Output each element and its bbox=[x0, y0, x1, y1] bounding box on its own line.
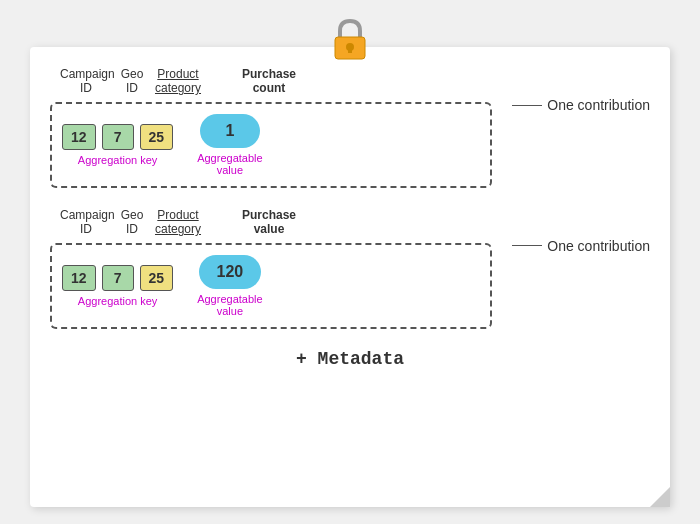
agg-value-label-2: Aggregatablevalue bbox=[197, 293, 262, 317]
column-headers-1: CampaignID GeoID Productcategory Purchas… bbox=[50, 67, 492, 96]
metadata-text: + Metadata bbox=[296, 349, 404, 369]
geo-id-header-2: GeoID bbox=[112, 208, 152, 237]
geo-id-field-2: 7 bbox=[102, 265, 134, 291]
connector-1: One contribution bbox=[512, 97, 650, 113]
dashed-box-2: 12 7 25 Aggregation key 120 Aggregatable… bbox=[50, 243, 492, 329]
purchase-count-header-1: Purchasecount bbox=[234, 67, 304, 96]
key-box-1: 12 7 25 Aggregation key bbox=[62, 124, 173, 166]
geo-id-field-1: 7 bbox=[102, 124, 134, 150]
product-category-header-1: Productcategory bbox=[152, 67, 204, 96]
geo-id-header-1: GeoID bbox=[112, 67, 152, 96]
product-category-header-2: Productcategory bbox=[152, 208, 204, 237]
contribution-label-1: One contribution bbox=[547, 97, 650, 113]
agg-value-label-1: Aggregatablevalue bbox=[197, 152, 262, 176]
contribution-section-1: CampaignID GeoID Productcategory Purchas… bbox=[50, 67, 650, 188]
agg-key-label-2: Aggregation key bbox=[78, 295, 158, 307]
agg-key-label-1: Aggregation key bbox=[78, 154, 158, 166]
box-area-2: CampaignID GeoID Productcategory Purchas… bbox=[50, 208, 492, 329]
main-diagram: CampaignID GeoID Productcategory Purchas… bbox=[30, 17, 670, 507]
campaign-id-field-2: 12 bbox=[62, 265, 96, 291]
key-fields-1: 12 7 25 bbox=[62, 124, 173, 150]
campaign-id-field-1: 12 bbox=[62, 124, 96, 150]
column-headers-2: CampaignID GeoID Productcategory Purchas… bbox=[50, 208, 492, 237]
lock-icon bbox=[330, 17, 370, 72]
metadata-section: + Metadata bbox=[50, 349, 650, 369]
product-field-1: 25 bbox=[140, 124, 174, 150]
campaign-id-header-2: CampaignID bbox=[60, 208, 112, 237]
value-box-2: 120 Aggregatablevalue bbox=[197, 255, 262, 317]
svg-rect-2 bbox=[348, 47, 352, 53]
product-field-2: 25 bbox=[140, 265, 174, 291]
connector-line-1 bbox=[512, 105, 542, 106]
dashed-box-1: 12 7 25 Aggregation key 1 Aggregatableva… bbox=[50, 102, 492, 188]
campaign-id-header-1: CampaignID bbox=[60, 67, 112, 96]
key-fields-2: 12 7 25 bbox=[62, 265, 173, 291]
oval-value-2: 120 bbox=[199, 255, 262, 289]
oval-value-1: 1 bbox=[200, 114, 260, 148]
value-box-1: 1 Aggregatablevalue bbox=[197, 114, 262, 176]
connector-2: One contribution bbox=[512, 238, 650, 254]
key-box-2: 12 7 25 Aggregation key bbox=[62, 265, 173, 307]
purchase-value-header-2: Purchasevalue bbox=[234, 208, 304, 237]
box-area-1: CampaignID GeoID Productcategory Purchas… bbox=[50, 67, 492, 188]
contribution-section-2: CampaignID GeoID Productcategory Purchas… bbox=[50, 208, 650, 329]
connector-line-2 bbox=[512, 245, 542, 246]
paper-background: CampaignID GeoID Productcategory Purchas… bbox=[30, 47, 670, 507]
contribution-label-2: One contribution bbox=[547, 238, 650, 254]
